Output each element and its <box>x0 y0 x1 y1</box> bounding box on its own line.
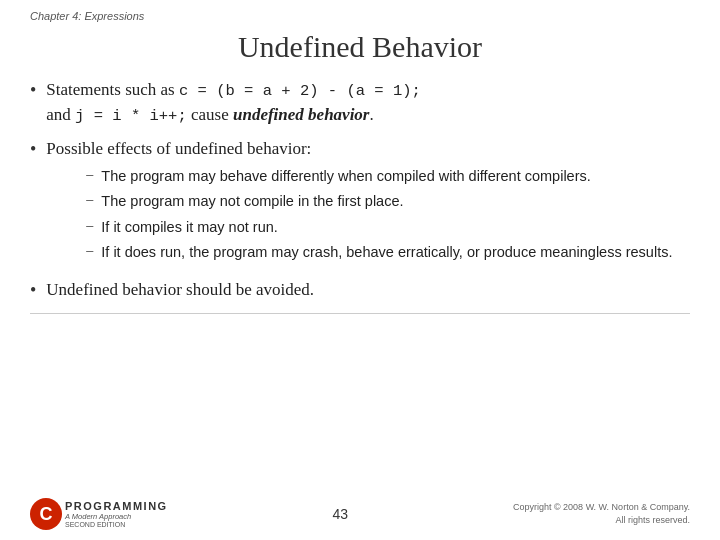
logo-wrapper: C PROGRAMMING A Modern Approach SECOND E… <box>30 498 168 530</box>
footer: C PROGRAMMING A Modern Approach SECOND E… <box>0 498 720 530</box>
content-area: • Statements such as c = (b = a + 2) - (… <box>0 78 720 303</box>
logo-programming: PROGRAMMING <box>65 500 168 512</box>
bullet-dot-3: • <box>30 280 36 301</box>
logo-letter: C <box>40 504 53 525</box>
chapter-text: Chapter 4: Expressions <box>30 10 144 22</box>
page-number: 43 <box>168 506 513 522</box>
code-2: j = i * i++; <box>75 107 187 125</box>
slide-container: Chapter 4: Expressions Undefined Behavio… <box>0 0 720 540</box>
bullet-item-1: • Statements such as c = (b = a + 2) - (… <box>30 78 690 127</box>
bullet-dot-2: • <box>30 139 36 160</box>
sub-dash-2: – <box>86 192 93 208</box>
bullet-text-3: Undefined behavior should be avoided. <box>46 278 314 303</box>
sub-bullet-2-4: – If it does run, the program may crash,… <box>86 242 690 262</box>
logo-subtitle: A Modern Approach <box>65 512 168 521</box>
slide-title: Undefined Behavior <box>0 30 720 64</box>
bullet-text-2: Possible effects of undefined behavior: … <box>46 137 690 268</box>
sub-bullets-2: – The program may behave differently whe… <box>86 166 690 262</box>
sub-dash-3: – <box>86 218 93 234</box>
bullet-item-3: • Undefined behavior should be avoided. <box>30 278 690 303</box>
sub-bullet-2-2: – The program may not compile in the fir… <box>86 191 690 211</box>
code-1: c = (b = a + 2) - (a = 1); <box>179 82 421 100</box>
copyright: Copyright © 2008 W. W. Norton & Company.… <box>513 501 690 526</box>
sub-text-3: If it compiles it may not run. <box>101 217 277 237</box>
sub-dash-1: – <box>86 167 93 183</box>
sub-text-4: If it does run, the program may crash, b… <box>101 242 672 262</box>
emphasis-1: undefined behavior <box>233 105 369 124</box>
bullet-item-2: • Possible effects of undefined behavior… <box>30 137 690 268</box>
chapter-header: Chapter 4: Expressions <box>0 0 720 26</box>
logo-edition: SECOND EDITION <box>65 521 168 528</box>
divider <box>30 313 690 314</box>
sub-text-1: The program may behave differently when … <box>101 166 590 186</box>
bullet-dot-1: • <box>30 80 36 101</box>
bullet-text-1: Statements such as c = (b = a + 2) - (a … <box>46 78 421 127</box>
sub-text-2: The program may not compile in the first… <box>101 191 403 211</box>
logo-c-circle: C <box>30 498 62 530</box>
sub-bullet-2-3: – If it compiles it may not run. <box>86 217 690 237</box>
bullet-text-2-main: Possible effects of undefined behavior: <box>46 137 690 162</box>
copyright-line1: Copyright © 2008 W. W. Norton & Company. <box>513 502 690 512</box>
sub-bullet-2-1: – The program may behave differently whe… <box>86 166 690 186</box>
sub-dash-4: – <box>86 243 93 259</box>
logo-text-block: PROGRAMMING A Modern Approach SECOND EDI… <box>65 500 168 528</box>
copyright-line2: All rights reserved. <box>615 515 690 525</box>
logo-area: C PROGRAMMING A Modern Approach SECOND E… <box>30 498 168 530</box>
